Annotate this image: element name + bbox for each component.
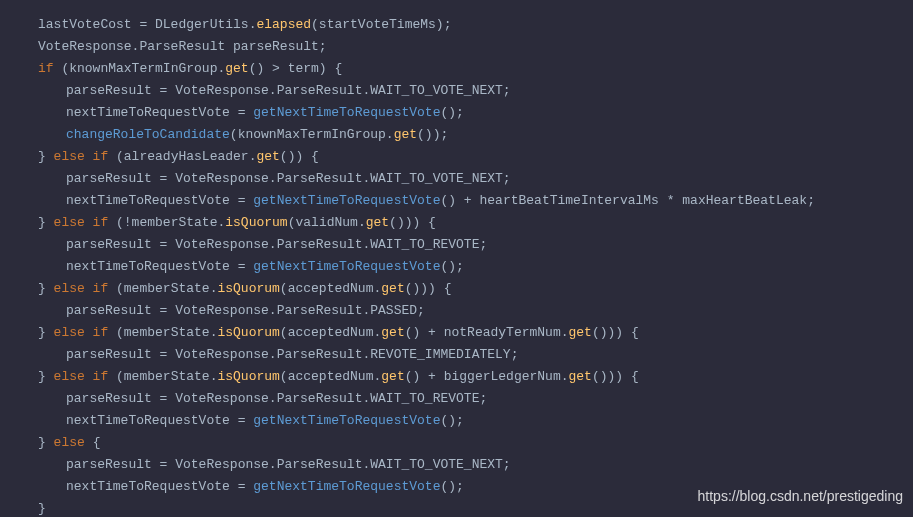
code-line: nextTimeToRequestVote = getNextTimeToReq… xyxy=(66,190,903,212)
code-text: nextTimeToRequestVote = xyxy=(66,193,253,208)
code-text: } xyxy=(38,369,54,384)
code-text: (); xyxy=(440,259,463,274)
keyword: else if xyxy=(54,149,109,164)
code-line: changeRoleToCandidate(knownMaxTermInGrou… xyxy=(66,124,903,146)
code-text: (memberState. xyxy=(108,325,217,340)
watermark-text: https://blog.csdn.net/prestigeding xyxy=(698,485,903,507)
code-line: } else if (memberState.isQuorum(accepted… xyxy=(38,278,903,300)
code-text: } xyxy=(38,501,46,516)
code-text: () + notReadyTermNum. xyxy=(405,325,569,340)
code-text: parseResult = VoteResponse.ParseResult.R… xyxy=(66,347,518,362)
code-line: parseResult = VoteResponse.ParseResult.P… xyxy=(66,300,903,322)
code-text: (); xyxy=(440,413,463,428)
code-line: nextTimeToRequestVote = getNextTimeToReq… xyxy=(66,256,903,278)
method-call: get xyxy=(381,325,404,340)
code-text: (memberState. xyxy=(108,369,217,384)
keyword: if xyxy=(38,61,54,76)
code-text: nextTimeToRequestVote = xyxy=(66,479,253,494)
code-text: (knownMaxTermInGroup. xyxy=(54,61,226,76)
code-text: parseResult = VoteResponse.ParseResult.P… xyxy=(66,303,425,318)
keyword: else xyxy=(54,435,85,450)
code-text: (validNum. xyxy=(288,215,366,230)
method-call: isQuorum xyxy=(217,325,279,340)
method-call: isQuorum xyxy=(217,281,279,296)
code-text: ())) { xyxy=(592,369,639,384)
method-call: getNextTimeToRequestVote xyxy=(253,105,440,120)
code-text: ()); xyxy=(417,127,448,142)
keyword: else if xyxy=(54,369,109,384)
code-line: if (knownMaxTermInGroup.get() > term) { xyxy=(38,58,903,80)
code-line: parseResult = VoteResponse.ParseResult.W… xyxy=(66,168,903,190)
code-text: } xyxy=(38,281,54,296)
code-block: lastVoteCost = DLedgerUtils.elapsed(star… xyxy=(10,14,903,517)
method-call: getNextTimeToRequestVote xyxy=(253,479,440,494)
code-text: ()) { xyxy=(280,149,319,164)
code-text: (acceptedNum. xyxy=(280,369,381,384)
code-line: } else if (memberState.isQuorum(accepted… xyxy=(38,322,903,344)
code-text: (knownMaxTermInGroup. xyxy=(230,127,394,142)
code-text: } xyxy=(38,325,54,340)
code-line: } else if (!memberState.isQuorum(validNu… xyxy=(38,212,903,234)
code-text: (alreadyHasLeader. xyxy=(108,149,256,164)
code-text: VoteResponse.ParseResult parseResult; xyxy=(38,39,327,54)
code-text: ())) { xyxy=(389,215,436,230)
code-text: () > term) { xyxy=(249,61,343,76)
code-text: (acceptedNum. xyxy=(280,281,381,296)
code-line: lastVoteCost = DLedgerUtils.elapsed(star… xyxy=(38,14,903,36)
code-text: } xyxy=(38,435,54,450)
method-call: get xyxy=(256,149,279,164)
keyword: else if xyxy=(54,281,109,296)
code-text: parseResult = VoteResponse.ParseResult.W… xyxy=(66,237,487,252)
method-call: get xyxy=(381,369,404,384)
code-line: parseResult = VoteResponse.ParseResult.W… xyxy=(66,80,903,102)
code-text: } xyxy=(38,149,54,164)
method-call: elapsed xyxy=(256,17,311,32)
code-text: lastVoteCost = DLedgerUtils. xyxy=(38,17,256,32)
method-call: get xyxy=(381,281,404,296)
code-line: } else { xyxy=(38,432,903,454)
method-call: get xyxy=(225,61,248,76)
code-line: nextTimeToRequestVote = getNextTimeToReq… xyxy=(66,102,903,124)
code-line: VoteResponse.ParseResult parseResult; xyxy=(38,36,903,58)
code-text: ())) { xyxy=(405,281,452,296)
code-text: (acceptedNum. xyxy=(280,325,381,340)
method-call: get xyxy=(569,325,592,340)
code-text: parseResult = VoteResponse.ParseResult.W… xyxy=(66,391,487,406)
code-text: nextTimeToRequestVote = xyxy=(66,413,253,428)
code-line: } else if (alreadyHasLeader.get()) { xyxy=(38,146,903,168)
method-call: getNextTimeToRequestVote xyxy=(253,259,440,274)
method-call: getNextTimeToRequestVote xyxy=(253,193,440,208)
code-line: parseResult = VoteResponse.ParseResult.W… xyxy=(66,388,903,410)
code-text: parseResult = VoteResponse.ParseResult.W… xyxy=(66,83,511,98)
keyword: else if xyxy=(54,325,109,340)
code-text: ())) { xyxy=(592,325,639,340)
code-text: (); xyxy=(440,105,463,120)
method-call: changeRoleToCandidate xyxy=(66,127,230,142)
method-call: get xyxy=(394,127,417,142)
code-line: parseResult = VoteResponse.ParseResult.W… xyxy=(66,234,903,256)
method-call: getNextTimeToRequestVote xyxy=(253,413,440,428)
code-text: nextTimeToRequestVote = xyxy=(66,105,253,120)
code-text: parseResult = VoteResponse.ParseResult.W… xyxy=(66,171,511,186)
code-text: { xyxy=(85,435,101,450)
code-line: parseResult = VoteResponse.ParseResult.W… xyxy=(66,454,903,476)
code-text: () + heartBeatTimeIntervalMs * maxHeartB… xyxy=(440,193,814,208)
method-call: isQuorum xyxy=(217,369,279,384)
code-text: (startVoteTimeMs); xyxy=(311,17,451,32)
method-call: get xyxy=(366,215,389,230)
code-text: () + biggerLedgerNum. xyxy=(405,369,569,384)
code-text: nextTimeToRequestVote = xyxy=(66,259,253,274)
code-line: nextTimeToRequestVote = getNextTimeToReq… xyxy=(66,410,903,432)
method-call: get xyxy=(569,369,592,384)
code-text: (!memberState. xyxy=(108,215,225,230)
code-line: parseResult = VoteResponse.ParseResult.R… xyxy=(66,344,903,366)
keyword: else if xyxy=(54,215,109,230)
method-call: isQuorum xyxy=(225,215,287,230)
code-text: (); xyxy=(440,479,463,494)
code-text: } xyxy=(38,215,54,230)
code-text: parseResult = VoteResponse.ParseResult.W… xyxy=(66,457,511,472)
code-text: (memberState. xyxy=(108,281,217,296)
code-line: } else if (memberState.isQuorum(accepted… xyxy=(38,366,903,388)
